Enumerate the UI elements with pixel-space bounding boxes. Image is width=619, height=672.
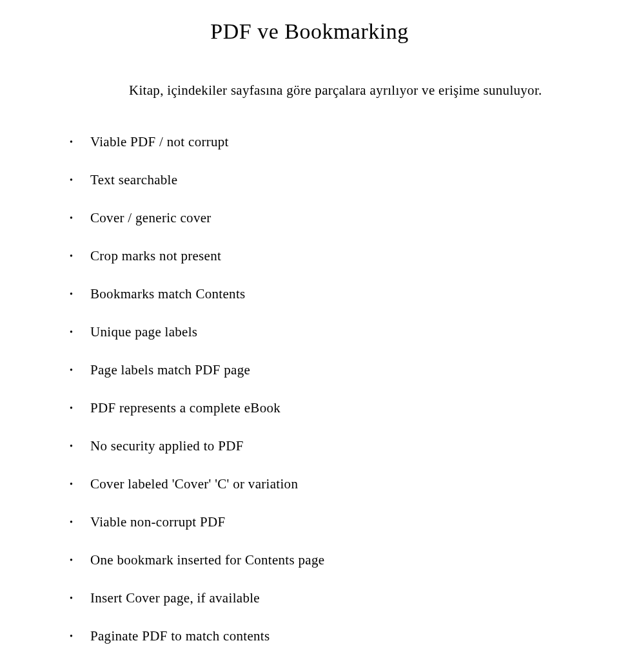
list-item: Text searchable bbox=[64, 172, 555, 188]
list-item: Unique page labels bbox=[64, 324, 555, 340]
list-item: Insert Cover page, if available bbox=[64, 590, 555, 606]
list-item: Cover labeled 'Cover' 'C' or variation bbox=[64, 476, 555, 492]
list-item: Viable non-corrupt PDF bbox=[64, 514, 555, 530]
list-item: One bookmark inserted for Contents page bbox=[64, 552, 555, 568]
list-item: No security applied to PDF bbox=[64, 438, 555, 454]
page-subtitle: Kitap, içindekiler sayfasına göre parçal… bbox=[129, 82, 555, 99]
list-item: Crop marks not present bbox=[64, 248, 555, 264]
bullet-list: Viable PDF / not corrupt Text searchable… bbox=[64, 134, 555, 644]
list-item: Page labels match PDF page bbox=[64, 362, 555, 378]
list-item: Paginate PDF to match contents bbox=[64, 628, 555, 644]
list-item: PDF represents a complete eBook bbox=[64, 400, 555, 416]
list-item: Bookmarks match Contents bbox=[64, 286, 555, 302]
list-item: Cover / generic cover bbox=[64, 210, 555, 226]
list-item: Viable PDF / not corrupt bbox=[64, 134, 555, 150]
page-title: PDF ve Bookmarking bbox=[64, 19, 555, 44]
